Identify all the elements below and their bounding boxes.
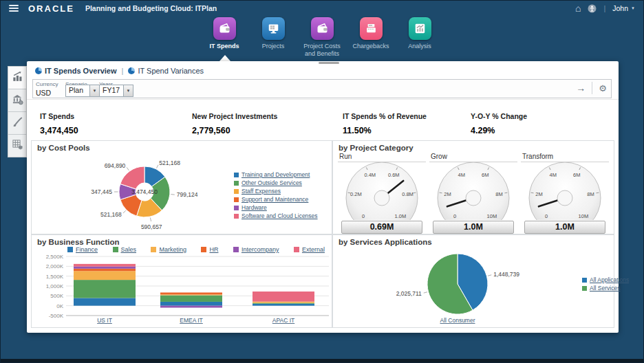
legend-item-intercompany[interactable]: Intercompany bbox=[233, 246, 279, 253]
gauge-row: Run00.2M0.4M0.6M0.8M1.0M0.69MGrow02M4M6M… bbox=[333, 153, 614, 234]
nav-item-it-spends[interactable]: IT Spends bbox=[200, 15, 249, 60]
legend-item-sales[interactable]: Sales bbox=[113, 246, 137, 253]
category-link-emea-it[interactable]: EMEA IT bbox=[180, 317, 203, 324]
hamburger-menu-icon[interactable] bbox=[9, 3, 19, 13]
chevron-down-icon[interactable]: ▼ bbox=[89, 85, 99, 96]
legend-swatch bbox=[113, 247, 118, 252]
bar-segment-sales[interactable] bbox=[74, 280, 136, 298]
bar-segment-marketing[interactable] bbox=[74, 271, 136, 280]
bar-segment-intercompany[interactable] bbox=[74, 267, 136, 269]
gauge-value: 0.69M bbox=[341, 221, 422, 234]
bar-segment-finance[interactable] bbox=[160, 302, 222, 306]
legend-item-other-outside-services[interactable]: Other Outside Services bbox=[234, 179, 318, 186]
nav-item-analysis[interactable]: Analysis bbox=[396, 15, 444, 60]
nav-item-project-costs-and-benefits[interactable]: Project Costs and Benefits bbox=[298, 15, 347, 60]
label-leader-line bbox=[156, 165, 158, 168]
topbar-divider: | bbox=[603, 4, 605, 12]
legend-item-all-services[interactable]: All Services bbox=[582, 285, 629, 292]
pie-center-total-label: 3,474,450 bbox=[131, 188, 158, 195]
divider bbox=[27, 99, 619, 100]
accessibility-icon[interactable] bbox=[588, 4, 597, 13]
gauge-tick-label: 10M bbox=[487, 213, 497, 219]
bar-segment-external[interactable] bbox=[74, 264, 136, 267]
pov-filter-bar: Currency USD Scenario Plan ▼ Years FY17 … bbox=[32, 79, 612, 98]
bank-icon bbox=[12, 94, 23, 108]
carousel-indicator[interactable] bbox=[319, 62, 339, 64]
y-axis-tick-label: -500K bbox=[49, 313, 64, 319]
gauge-tick-label: 0 bbox=[545, 213, 548, 219]
gauge-title: Grow bbox=[429, 153, 517, 162]
scenario-select[interactable]: Plan ▼ bbox=[65, 85, 100, 97]
sidebar-button-bank[interactable] bbox=[8, 89, 27, 112]
category-link-all-consumer[interactable]: All Consumer bbox=[440, 317, 475, 324]
top-header-bar: ORACLE Planning and Budgeting Cloud: ITP… bbox=[1, 1, 643, 14]
legend-item-hardware[interactable]: Hardware bbox=[234, 204, 318, 211]
legend-item-marketing[interactable]: Marketing bbox=[151, 246, 186, 253]
kpi-value: 2,779,560 bbox=[192, 126, 277, 135]
register-icon bbox=[360, 17, 383, 40]
nav-item-chargebacks[interactable]: Chargebacks bbox=[347, 15, 396, 60]
bar-segment-finance[interactable] bbox=[74, 298, 136, 305]
y-axis-tick-label: 2,500K bbox=[46, 254, 64, 260]
bar-segment-hr[interactable] bbox=[74, 269, 136, 271]
legend-item-training-and-development[interactable]: Training and Development bbox=[234, 171, 318, 178]
sidebar-button-bar-chart-arrow[interactable] bbox=[8, 66, 27, 89]
gauge-tick bbox=[504, 192, 507, 193]
label-leader-line bbox=[127, 167, 129, 170]
bar-segment-finance[interactable] bbox=[253, 304, 314, 306]
bar-segment-external[interactable] bbox=[253, 292, 314, 302]
currency-label: Currency bbox=[36, 81, 58, 87]
gauge-value: 1.0M bbox=[433, 221, 514, 234]
legend-swatch bbox=[294, 247, 299, 252]
by-cost-pools-chart: 521,168799,124590,657521,168347,445694,8… bbox=[32, 149, 238, 234]
user-menu[interactable]: John ▼ bbox=[612, 4, 635, 12]
legend-label: Staff Expenses bbox=[242, 188, 281, 195]
bar-segment-hr[interactable] bbox=[160, 292, 222, 294]
currency-value: USD bbox=[36, 89, 51, 97]
gauge-tick bbox=[531, 192, 534, 193]
gauge-tick-label: 2M bbox=[535, 191, 542, 197]
legend-swatch bbox=[582, 286, 587, 291]
go-arrow-button[interactable]: → bbox=[576, 83, 586, 93]
legend-swatch bbox=[233, 247, 239, 252]
tab-it-spends-overview[interactable]: IT Spends Overview bbox=[35, 67, 117, 75]
gauge-tick-label: 0 bbox=[453, 213, 456, 219]
chevron-down-icon[interactable]: ▼ bbox=[123, 85, 133, 96]
category-link-apac-it[interactable]: APAC IT bbox=[272, 317, 294, 324]
gauge-dial-grow[interactable]: 02M4M6M8M10M bbox=[429, 162, 517, 220]
gear-icon[interactable]: ⚙ bbox=[599, 84, 607, 93]
tab-it-spend-variances[interactable]: IT Spend Variances bbox=[128, 67, 204, 75]
nav-item-projects[interactable]: Projects bbox=[249, 15, 298, 60]
legend-item-finance[interactable]: Finance bbox=[67, 246, 98, 253]
home-icon[interactable]: ⌂ bbox=[575, 3, 581, 13]
project-category-panel: by Project Category Run00.2M0.4M0.6M0.8M… bbox=[332, 140, 614, 234]
sidebar-button-cube-grid[interactable] bbox=[8, 134, 27, 157]
legend-item-external[interactable]: External bbox=[294, 246, 325, 253]
gauge-dial-transform[interactable]: 02M4M6M8M10M bbox=[521, 162, 609, 220]
gauge-tick-label: 6M bbox=[482, 172, 489, 178]
bar-segment-intercompany[interactable] bbox=[160, 306, 222, 308]
legend-swatch bbox=[151, 247, 156, 252]
category-link-us-it[interactable]: US IT bbox=[97, 317, 112, 324]
gauge-dial-run[interactable]: 00.2M0.4M0.6M0.8M1.0M bbox=[338, 162, 426, 220]
legend-swatch bbox=[234, 197, 239, 202]
years-select[interactable]: FY17 ▼ bbox=[99, 85, 133, 97]
legend-item-staff-expenses[interactable]: Staff Expenses bbox=[234, 188, 318, 195]
chart-icon bbox=[409, 17, 431, 40]
gauge-title: Transform bbox=[521, 153, 609, 162]
slice-value-label: 2,025,711 bbox=[396, 290, 422, 297]
label-leader-line bbox=[150, 218, 151, 221]
kpi-it-spends: IT Spends3,474,450 bbox=[40, 112, 78, 135]
bar-segment-sales[interactable] bbox=[160, 295, 222, 301]
legend-item-all-applications[interactable]: All Applications bbox=[582, 276, 629, 283]
bar-segment-marketing[interactable] bbox=[253, 302, 314, 303]
infolet-icon bbox=[128, 67, 135, 74]
sidebar-button-brush[interactable] bbox=[8, 111, 27, 135]
legend-label: Intercompany bbox=[242, 246, 279, 253]
bar-segment-sales[interactable] bbox=[253, 303, 314, 304]
y-axis-tick-label: 1,500K bbox=[46, 274, 64, 280]
legend-item-support-and-maintenance[interactable]: Support and Maintenance bbox=[234, 196, 318, 203]
legend-item-hr[interactable]: HR bbox=[201, 246, 218, 253]
legend-item-software-and-cloud-licenses[interactable]: Software and Cloud Licenses bbox=[234, 212, 318, 219]
bar-segment-marketing[interactable] bbox=[160, 294, 222, 295]
